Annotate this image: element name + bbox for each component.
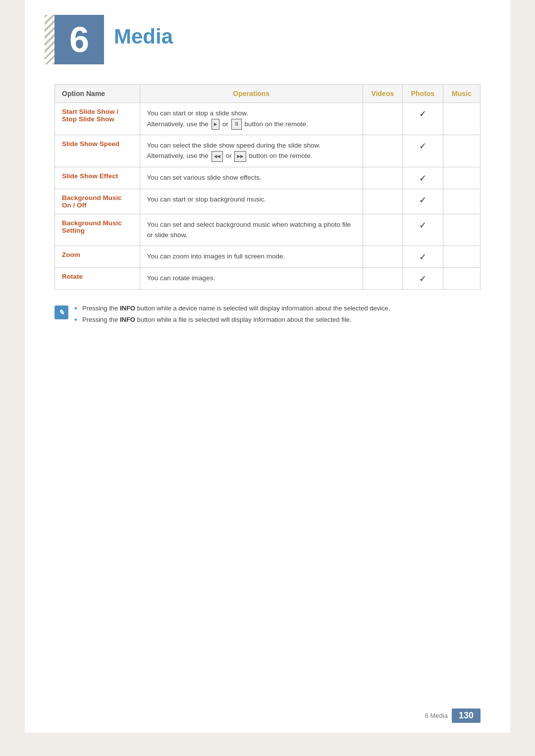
operations-cell: You can zoom into images in full screen … <box>140 246 363 267</box>
operations-cell: You can rotate images. <box>140 267 363 289</box>
operations-cell: You can start or stop background music. <box>140 189 363 214</box>
page-wrapper: 6 Media Option Name Operations Videos Ph… <box>25 0 510 733</box>
note-text-before: Pressing the <box>82 304 120 312</box>
operations-cell: You can set various slide show effects. <box>140 167 363 189</box>
table-row: Slide Show Speed You can select the slid… <box>55 135 481 167</box>
col-header-operations: Operations <box>140 85 363 103</box>
operations-text: You can set and select background music … <box>147 221 351 239</box>
note-item: Pressing the INFO button while a file is… <box>74 316 390 323</box>
table-row: Background Music Setting You can set and… <box>55 214 481 246</box>
chapter-number: 6 <box>69 19 89 60</box>
music-check-cell <box>443 267 480 289</box>
operations-cell: You can set and select background music … <box>140 214 363 246</box>
videos-check-cell <box>363 214 402 246</box>
operations-text: You can zoom into images in full screen … <box>147 252 285 260</box>
checkmark: ✓ <box>419 173 427 183</box>
col-header-videos: Videos <box>363 85 402 103</box>
table-row: Rotate You can rotate images. ✓ <box>55 267 481 289</box>
videos-check-cell <box>363 103 402 135</box>
note-item: Pressing the INFO button while a device … <box>74 304 390 312</box>
photos-check-cell: ✓ <box>402 267 443 289</box>
note-text-after: button while a device name is selected w… <box>135 304 390 312</box>
option-name-cell: Start Slide Show / Stop Slide Show <box>55 103 140 135</box>
note-text-before: Pressing the <box>82 316 120 323</box>
videos-check-cell <box>363 167 402 189</box>
photos-check-cell: ✓ <box>402 214 443 246</box>
checkmark: ✓ <box>419 220 427 230</box>
notes-section: ✎ Pressing the INFO button while a devic… <box>54 304 481 327</box>
videos-check-cell <box>363 246 402 267</box>
option-name-cell: Rotate <box>55 267 140 289</box>
note-icon-symbol: ✎ <box>58 308 64 316</box>
option-name-cell: Background Music Setting <box>55 214 140 246</box>
photos-check-cell: ✓ <box>402 135 443 167</box>
table-header-row: Option Name Operations Videos Photos Mus… <box>55 85 481 103</box>
photos-check-cell: ✓ <box>402 167 443 189</box>
checkmark: ✓ <box>419 141 427 151</box>
operations-cell: You can start or stop a slide show. Alte… <box>140 103 363 135</box>
option-name-cell: Background Music On / Off <box>55 189 140 214</box>
checkmark: ✓ <box>419 274 427 284</box>
operations-text: You can start or stop a slide show. Alte… <box>147 109 308 128</box>
option-name-cell: Slide Show Effect <box>55 167 140 189</box>
chapter-header: 6 Media <box>54 15 481 64</box>
music-check-cell <box>443 167 480 189</box>
footer-chapter-label: 6 Media <box>425 712 448 719</box>
note-bold: INFO <box>120 304 135 312</box>
rewind-icon: ◀◀ <box>212 151 223 162</box>
videos-check-cell <box>363 135 402 167</box>
chapter-title: Media <box>114 15 173 49</box>
table-row: Zoom You can zoom into images in full sc… <box>55 246 481 267</box>
checkmark: ✓ <box>419 109 427 119</box>
option-name-cell: Slide Show Speed <box>55 135 140 167</box>
fast-forward-icon: ▶▶ <box>234 151 246 162</box>
checkmark: ✓ <box>419 252 427 262</box>
play-icon: ▶ <box>212 119 220 130</box>
music-check-cell <box>443 246 480 267</box>
music-check-cell <box>443 189 480 214</box>
operations-text: You can rotate images. <box>147 274 215 282</box>
footer-page-number: 130 <box>452 708 481 723</box>
col-header-music: Music <box>443 85 480 103</box>
operations-text: You can select the slide show speed duri… <box>147 142 321 160</box>
table-row: Start Slide Show / Stop Slide Show You c… <box>55 103 481 135</box>
photos-check-cell: ✓ <box>402 103 443 135</box>
videos-check-cell <box>363 189 402 214</box>
operations-cell: You can select the slide show speed duri… <box>140 135 363 167</box>
table-row: Slide Show Effect You can set various sl… <box>55 167 481 189</box>
videos-check-cell <box>363 267 402 289</box>
operations-text: You can start or stop background music. <box>147 196 266 203</box>
col-header-option: Option Name <box>55 85 140 103</box>
photos-check-cell: ✓ <box>402 246 443 267</box>
page-footer: 6 Media 130 <box>425 708 481 723</box>
notes-list: Pressing the INFO button while a device … <box>74 304 390 327</box>
table-row: Background Music On / Off You can start … <box>55 189 481 214</box>
note-icon: ✎ <box>54 305 68 319</box>
chapter-number-block: 6 <box>54 15 104 64</box>
col-header-photos: Photos <box>402 85 443 103</box>
operations-text: You can set various slide show effects. <box>147 174 262 181</box>
note-text-after: button while a file is selected will dis… <box>135 316 351 323</box>
option-name-cell: Zoom <box>55 246 140 267</box>
music-check-cell <box>443 214 480 246</box>
note-bold: INFO <box>120 316 135 323</box>
pause-icon: ⏸ <box>231 119 242 130</box>
main-table: Option Name Operations Videos Photos Mus… <box>54 84 481 290</box>
checkmark: ✓ <box>419 195 427 205</box>
music-check-cell <box>443 135 480 167</box>
photos-check-cell: ✓ <box>402 189 443 214</box>
music-check-cell <box>443 103 480 135</box>
